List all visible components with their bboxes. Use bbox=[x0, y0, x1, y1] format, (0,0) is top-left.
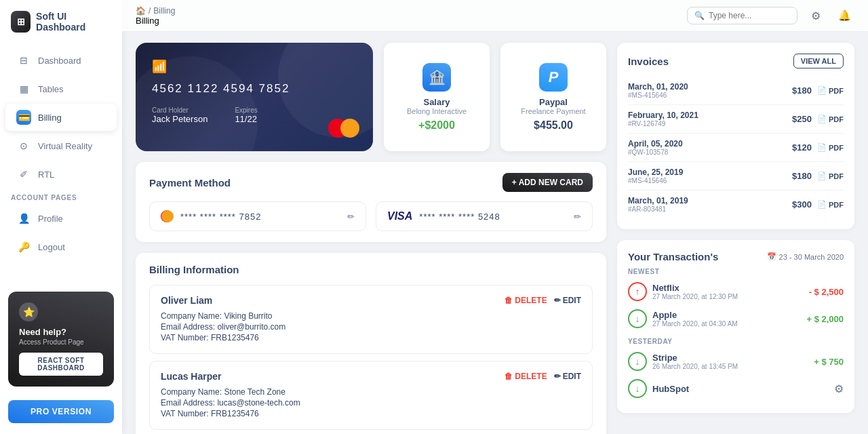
view-all-invoices-button[interactable]: VIEW ALL bbox=[793, 54, 844, 68]
tx-apple: ↓ Apple 27 March 2020, at 04:30 AM + $ 2… bbox=[628, 305, 844, 332]
invoice-1-amount: $250 bbox=[792, 114, 812, 124]
billing-info-section: Billing Information Oliver Liam 🗑 DELETE… bbox=[136, 253, 606, 434]
pro-version-btn[interactable]: PRO VERSION bbox=[8, 400, 114, 423]
invoice-row-2: April, 05, 2020 #QW-103578 $120 📄 PDF bbox=[628, 134, 844, 162]
add-new-card-button[interactable]: + ADD NEW CARD bbox=[502, 173, 593, 192]
invoice-2-pdf[interactable]: 📄 PDF bbox=[817, 143, 844, 152]
sidebar-item-rtl[interactable]: ✐ RTL bbox=[5, 161, 117, 188]
invoice-0-id: #MS-415646 bbox=[628, 92, 688, 99]
transactions-date-range: 📅 23 - 30 March 2020 bbox=[767, 252, 844, 261]
salary-icon: 🏦 bbox=[422, 63, 451, 92]
payment-card-mastercard: **** **** **** 7852 ✏ bbox=[149, 201, 366, 231]
logout-icon: 🔑 bbox=[16, 239, 31, 254]
invoice-3-pdf[interactable]: 📄 PDF bbox=[817, 172, 844, 180]
invoice-4-right: $300 📄 PDF bbox=[792, 199, 844, 210]
paypal-stat-card: P Paypal Freelance Payment $455.00 bbox=[500, 43, 606, 151]
invoice-4-amount: $300 bbox=[792, 199, 812, 210]
billing-person-2-header: Lucas Harper 🗑 DELETE ✏ EDIT bbox=[161, 371, 581, 382]
tx-apple-left: ↓ Apple 27 March 2020, at 04:30 AM bbox=[628, 309, 738, 328]
sidebar-item-label: Virtual Reality bbox=[38, 141, 92, 151]
help-subtitle: Access Product Page bbox=[19, 338, 103, 346]
invoice-row-4: March, 01, 2019 #AR-803481 $300 📄 PDF bbox=[628, 191, 844, 218]
tx-stripe-icon: ↓ bbox=[628, 352, 647, 371]
payment-method-header: Payment Method + ADD NEW CARD bbox=[149, 173, 593, 192]
invoice-row-0: March, 01, 2020 #MS-415646 $180 📄 PDF bbox=[628, 77, 844, 105]
billing-info-title: Billing Information bbox=[149, 264, 239, 275]
help-btn[interactable]: REACT SOFT DASHBOARD bbox=[19, 353, 103, 376]
invoice-4-pdf[interactable]: 📄 PDF bbox=[817, 200, 844, 209]
sidebar-item-tables[interactable]: ▦ Tables bbox=[5, 75, 117, 102]
content-area: 📶 4562 1122 4594 7852 Card Holder Jack P… bbox=[122, 32, 868, 434]
tx-netflix: ↑ Netflix 27 March 2020, at 12:30 PM - $… bbox=[628, 278, 844, 305]
tx-hubspot-left: ↓ HubSpot bbox=[628, 379, 689, 398]
billing-person-1-actions: 🗑 DELETE ✏ EDIT bbox=[505, 296, 581, 305]
yesterday-label: YESTERDAY bbox=[628, 338, 844, 345]
card-holder-value: Jack Peterson bbox=[152, 114, 208, 124]
paypal-icon: P bbox=[539, 63, 568, 92]
tx-apple-amount: + $ 2,000 bbox=[806, 314, 844, 324]
tx-apple-name: Apple bbox=[652, 310, 738, 320]
tx-stripe-date: 26 March 2020, at 13:45 PM bbox=[652, 363, 738, 370]
sidebar-item-dashboard[interactable]: ⊟ Dashboard bbox=[5, 47, 117, 74]
tx-stripe-name: Stripe bbox=[652, 353, 738, 363]
notifications-button[interactable]: 🔔 bbox=[834, 5, 854, 26]
sidebar-item-profile[interactable]: 👤 Profile bbox=[5, 205, 117, 232]
account-section-label: ACCOUNT PAGES bbox=[0, 189, 122, 204]
left-column: 📶 4562 1122 4594 7852 Card Holder Jack P… bbox=[136, 43, 606, 423]
billing-person-2-edit[interactable]: ✏ EDIT bbox=[554, 372, 581, 381]
billing-person-2-delete[interactable]: 🗑 DELETE bbox=[505, 372, 547, 381]
payment-card-visa: VISA **** **** **** 5248 ✏ bbox=[376, 201, 593, 231]
billing-person-1-email: Email Address: oliver@burrito.com bbox=[161, 322, 581, 332]
search-input[interactable] bbox=[709, 11, 790, 20]
mastercard-info: **** **** **** 7852 bbox=[161, 210, 261, 222]
card-number: 4562 1122 4594 7852 bbox=[152, 82, 357, 96]
transactions-section: Your Transaction's 📅 23 - 30 March 2020 … bbox=[617, 240, 854, 413]
hubspot-settings-button[interactable]: ⚙ bbox=[834, 382, 844, 395]
salary-subtitle: Belong Interactive bbox=[407, 107, 467, 115]
sidebar-item-label: Billing bbox=[38, 113, 62, 123]
sidebar-item-virtual-reality[interactable]: ⊙ Virtual Reality bbox=[5, 132, 117, 159]
app-logo: ⊞ Soft UI Dashboard bbox=[0, 11, 122, 46]
sidebar-item-logout[interactable]: 🔑 Logout bbox=[5, 233, 117, 260]
invoice-0-amount: $180 bbox=[792, 85, 812, 96]
payment-cards-list: **** **** **** 7852 ✏ VISA **** **** ***… bbox=[149, 201, 593, 231]
tx-netflix-date: 27 March 2020, at 12:30 PM bbox=[652, 293, 738, 300]
sidebar-item-label: Tables bbox=[38, 84, 64, 94]
billing-person-1-edit[interactable]: ✏ EDIT bbox=[554, 296, 581, 305]
invoice-0-date: March, 01, 2020 bbox=[628, 82, 688, 92]
search-icon: 🔍 bbox=[694, 11, 705, 20]
app-name: Soft UI Dashboard bbox=[36, 11, 111, 33]
invoices-section: Invoices VIEW ALL March, 01, 2020 #MS-41… bbox=[617, 43, 854, 229]
mastercard-number: **** **** **** 7852 bbox=[180, 212, 261, 222]
payment-method-section: Payment Method + ADD NEW CARD **** **** … bbox=[136, 162, 606, 242]
payment-method-title: Payment Method bbox=[149, 177, 231, 189]
invoice-0-pdf[interactable]: 📄 PDF bbox=[817, 86, 844, 95]
invoices-title: Invoices bbox=[628, 56, 669, 67]
tx-netflix-icon: ↑ bbox=[628, 282, 647, 301]
mastercard-edit-button[interactable]: ✏ bbox=[347, 212, 355, 222]
invoice-3-right: $180 📄 PDF bbox=[792, 171, 844, 181]
invoice-3-id: #MS-415646 bbox=[628, 177, 683, 184]
newest-label: NEWEST bbox=[628, 268, 844, 275]
tables-icon: ▦ bbox=[16, 81, 31, 96]
tx-netflix-name: Netflix bbox=[652, 283, 738, 293]
billing-person-2-name: Lucas Harper bbox=[161, 371, 221, 382]
sidebar-item-label: Dashboard bbox=[38, 56, 81, 66]
billing-person-1-delete[interactable]: 🗑 DELETE bbox=[505, 296, 547, 305]
invoice-1-pdf[interactable]: 📄 PDF bbox=[817, 115, 844, 123]
visa-edit-button[interactable]: ✏ bbox=[574, 212, 581, 222]
dashboard-icon: ⊟ bbox=[16, 53, 31, 68]
billing-person-2-company: Company Name: Stone Tech Zone bbox=[161, 387, 581, 397]
home-icon: 🏠 bbox=[136, 6, 146, 16]
settings-button[interactable]: ⚙ bbox=[806, 5, 826, 26]
card-expires-label: Expires bbox=[235, 106, 257, 114]
invoice-2-date: April, 05, 2020 bbox=[628, 139, 683, 149]
tx-stripe-amount: + $ 750 bbox=[814, 357, 844, 367]
logo-icon: ⊞ bbox=[11, 11, 31, 33]
tx-hubspot-icon: ↓ bbox=[628, 379, 647, 398]
help-card: ⭐ Need help? Access Product Page REACT S… bbox=[8, 292, 114, 387]
transactions-title: Your Transaction's bbox=[628, 251, 718, 262]
invoice-row-1: February, 10, 2021 #RV-126749 $250 📄 PDF bbox=[628, 105, 844, 134]
billing-person-2-email: Email Address: lucas@stone-tech.com bbox=[161, 398, 581, 408]
sidebar-item-billing[interactable]: 💳 Billing bbox=[5, 104, 117, 131]
